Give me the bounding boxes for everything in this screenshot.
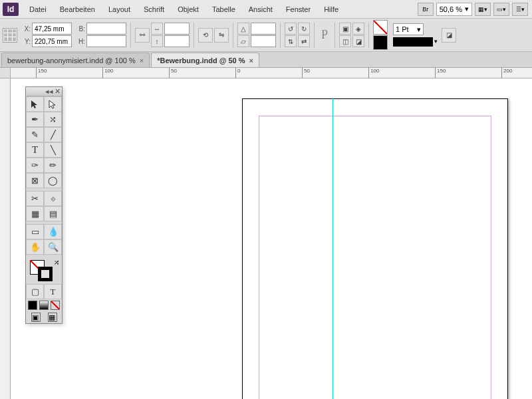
close-icon[interactable]: ✕ — [55, 87, 61, 96]
menu-hilfe[interactable]: Hilfe — [317, 3, 345, 16]
chevron-down-icon: ▾ — [465, 5, 469, 13]
shear-icon: ▱ — [237, 35, 249, 47]
rotate-input[interactable] — [251, 23, 276, 35]
apply-gradient-icon[interactable] — [39, 301, 49, 310]
wrap-icon[interactable]: ◫ — [339, 35, 351, 47]
close-icon[interactable]: × — [249, 57, 253, 65]
pencil-tool[interactable]: ✎ — [26, 127, 44, 142]
bridge-button[interactable]: Br — [418, 3, 434, 16]
paragraph-icon[interactable]: P — [319, 28, 331, 42]
close-icon[interactable]: × — [140, 57, 144, 65]
stroke-weight-select[interactable]: 1 Pt▾ — [393, 23, 424, 35]
line-tool[interactable]: ╱ — [44, 127, 62, 142]
menu-objekt[interactable]: Objekt — [171, 3, 205, 16]
ruler-tick: 150 — [36, 68, 47, 78]
flip-h-icon[interactable]: ⇋ — [214, 28, 229, 43]
angle-icon: △ — [237, 23, 249, 35]
guide-line[interactable] — [332, 98, 333, 399]
formatting-text-icon[interactable]: T — [44, 284, 62, 299]
wrap2-icon[interactable]: ◪ — [352, 35, 364, 47]
menu-ansicht[interactable]: Ansicht — [242, 3, 279, 16]
free-transform-tool[interactable]: ⟐ — [44, 191, 62, 206]
rotate-ccw-icon[interactable]: ↺ — [285, 23, 297, 35]
preview-view-icon[interactable]: ▦ — [48, 313, 57, 322]
type-tool[interactable]: T — [26, 142, 44, 158]
canvas[interactable] — [11, 78, 532, 399]
selection-tool[interactable] — [26, 96, 44, 112]
w-input[interactable] — [86, 23, 126, 35]
menu-fenster[interactable]: Fenster — [279, 3, 317, 16]
normal-view-icon[interactable]: ▣ — [31, 313, 41, 322]
note-tool[interactable]: ▭ — [26, 224, 44, 239]
fill-swatch[interactable] — [373, 20, 388, 35]
pen-tool[interactable]: ✒ — [26, 112, 44, 127]
formatting-container-icon[interactable]: ▢ — [26, 284, 44, 299]
menu-layout[interactable]: Layout — [102, 3, 137, 16]
flip-h2-icon[interactable]: ⇄ — [298, 35, 310, 47]
arrange-button[interactable]: ☰▾ — [512, 3, 528, 16]
h-label: H: — [76, 38, 85, 45]
reference-point[interactable] — [3, 28, 17, 43]
eyedropper-tool[interactable]: 💧 — [44, 224, 62, 239]
type-on-path-tool[interactable]: ⤭ — [44, 112, 62, 127]
direct-selection-tool[interactable] — [44, 96, 62, 112]
vertical-ruler[interactable] — [0, 78, 11, 399]
screen-mode-button[interactable]: ▭▾ — [493, 3, 509, 16]
view-options-button[interactable]: ▦▾ — [475, 3, 491, 16]
document-tab[interactable]: bewerbung-anonymisiert.indd @ 100 %× — [1, 53, 150, 67]
control-bar: X: Y: B: H: ⚯ ↔ ↕ ⟲ ⇋ △ ▱ ↺↻ ⇅⇄ P ▣◈ ◫◪ … — [0, 19, 532, 52]
menu-bar: Id DateiBearbeitenLayoutSchriftObjektTab… — [0, 0, 532, 19]
select-content-icon[interactable]: ◈ — [352, 23, 364, 35]
apply-color-icon[interactable] — [28, 301, 37, 310]
ruler-origin[interactable] — [0, 68, 11, 78]
scale-x-input[interactable] — [164, 23, 190, 35]
ruler-tick: 200 — [501, 68, 512, 78]
hand-tool[interactable]: ✋ — [26, 239, 44, 255]
rotate-icon[interactable]: ⟲ — [198, 28, 213, 43]
w-label: B: — [76, 25, 85, 33]
document-tabs: bewerbung-anonymisiert.indd @ 100 %×*Bew… — [0, 52, 532, 68]
zoom-tool[interactable]: 🔍 — [44, 239, 62, 255]
ruler-tick: 100 — [102, 68, 113, 78]
stroke-swatch[interactable] — [373, 35, 388, 50]
control-menu-icon[interactable]: ◪ — [442, 28, 456, 43]
menu-tabelle[interactable]: Tabelle — [205, 3, 242, 16]
y-input[interactable] — [32, 35, 72, 47]
gradient-feather-tool[interactable]: ▤ — [44, 206, 62, 221]
fill-stroke-control[interactable]: ⤮ — [26, 257, 62, 284]
menu-bearbeiten[interactable]: Bearbeiten — [53, 3, 102, 16]
apply-none-icon[interactable] — [51, 301, 60, 310]
rectangle-frame-tool[interactable]: ⊠ — [26, 173, 44, 188]
tools-panel: ◂◂✕ ✒ ⤭ ✎ ╱ T ╲ ✑ ✏ ⊠ ◯ ✂ ⟐ ▦ ▤ ▭ 💧 ✋ 🔍 … — [25, 86, 63, 324]
pencil-tool-2[interactable]: ✏ — [44, 158, 62, 173]
ruler-tick: 0 — [235, 68, 240, 78]
document-tab[interactable]: *Bewerbung.indd @ 50 %× — [151, 53, 259, 67]
app-icon: Id — [3, 3, 19, 16]
flip-v-icon[interactable]: ⇅ — [285, 35, 297, 47]
gradient-tool[interactable]: ▦ — [26, 206, 44, 221]
ruler-tick: 150 — [435, 68, 446, 78]
x-input[interactable] — [32, 23, 72, 35]
menu-schrift[interactable]: Schrift — [137, 3, 171, 16]
stroke-style-sample — [393, 37, 433, 47]
tools-header[interactable]: ◂◂✕ — [26, 87, 62, 96]
scissors-tool[interactable]: ✂ — [26, 191, 44, 206]
ellipse-tool[interactable]: ◯ — [44, 173, 62, 188]
stroke-indicator[interactable] — [38, 267, 53, 281]
scale-y-icon: ↕ — [151, 35, 163, 47]
line-tool-2[interactable]: ╲ — [44, 142, 62, 158]
pen-tool-2[interactable]: ✑ — [26, 158, 44, 173]
swap-fill-stroke-icon[interactable]: ⤮ — [54, 259, 59, 266]
shear-input[interactable] — [251, 35, 276, 47]
rotate-cw-icon[interactable]: ↻ — [298, 23, 310, 35]
h-input[interactable] — [86, 35, 126, 47]
zoom-level[interactable]: 50,6 %▾ — [436, 3, 472, 16]
select-container-icon[interactable]: ▣ — [339, 23, 351, 35]
menu-datei[interactable]: Datei — [23, 3, 53, 16]
scale-x-icon: ↔ — [151, 23, 163, 35]
link-icon[interactable]: ⚯ — [135, 28, 150, 43]
collapse-icon[interactable]: ◂◂ — [45, 87, 53, 96]
workspace: 15010050050100150200 ➤ — [0, 68, 532, 399]
scale-y-input[interactable] — [164, 35, 190, 47]
horizontal-ruler[interactable]: 15010050050100150200 — [11, 68, 532, 78]
